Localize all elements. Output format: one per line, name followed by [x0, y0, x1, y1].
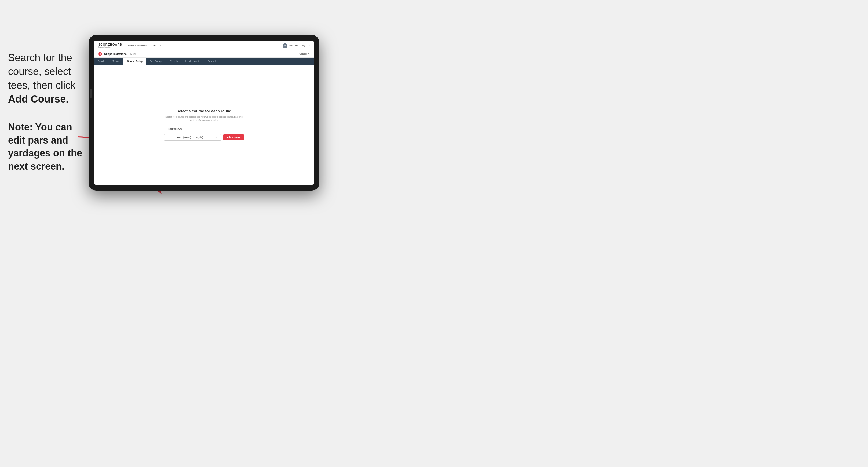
cancel-x-icon: ✕ [308, 53, 310, 55]
tab-navigation: Details Teams Course Setup Tee Groups Re… [94, 58, 314, 65]
note-line3: yardages on the [8, 148, 82, 159]
nav-right: B Test User | Sign out [283, 43, 310, 48]
nav-left: SCOREBOARD Powered by clippd TOURNAMENTS… [98, 43, 161, 48]
tee-value: Gold (M) (M) (7010 yds) [177, 136, 203, 139]
tournament-name: Clippd Invitational [104, 53, 127, 56]
note-line1: Note: You can [8, 122, 72, 132]
sign-out-link[interactable]: Sign out [302, 44, 310, 47]
tab-tee-groups[interactable]: Tee Groups [146, 58, 166, 65]
logo-title: SCOREBOARD [98, 43, 122, 46]
cancel-label: Cancel [299, 53, 307, 55]
tee-dropdown-icon[interactable]: ⌃ [218, 136, 220, 138]
tournament-type: (Men) [130, 53, 136, 55]
note-line4: next screen. [8, 161, 64, 172]
course-search-input[interactable] [164, 126, 244, 132]
panel-subtitle: Search for a course and select a tee. Yo… [164, 116, 244, 122]
tee-select-wrapper: Gold (M) (M) (7010 yds) ✕ ⌃ [164, 134, 221, 141]
instruction-bold: Add Course. [8, 93, 69, 105]
tournament-header: C Clippd Invitational (Men) Cancel ✕ [94, 51, 314, 58]
panel-title: Select a course for each round [164, 109, 244, 113]
instruction-panel: Search for the course, select tees, then… [8, 51, 86, 173]
add-course-button[interactable]: Add Course [223, 134, 244, 141]
tablet-side-button [90, 89, 92, 98]
tab-printables[interactable]: Printables [204, 58, 222, 65]
tablet-screen: SCOREBOARD Powered by clippd TOURNAMENTS… [94, 41, 314, 185]
instruction-line2: course, select [8, 66, 71, 77]
tab-teams[interactable]: Teams [109, 58, 123, 65]
tab-course-setup[interactable]: Course Setup [123, 58, 146, 65]
tab-details[interactable]: Details [94, 58, 109, 65]
tee-select[interactable]: Gold (M) (M) (7010 yds) [164, 134, 221, 141]
user-name: Test User [289, 44, 298, 47]
tab-leaderboards[interactable]: Leaderboards [182, 58, 204, 65]
tournament-logo: C [98, 52, 102, 56]
instruction-line3: tees, then click [8, 80, 75, 91]
tab-results[interactable]: Results [166, 58, 182, 65]
tournament-title-area: C Clippd Invitational (Men) [98, 52, 136, 56]
tee-clear-icon[interactable]: ✕ [215, 136, 217, 139]
nav-teams[interactable]: TEAMS [152, 44, 161, 47]
cancel-button[interactable]: Cancel ✕ [299, 53, 310, 55]
nav-tournaments[interactable]: TOURNAMENTS [127, 44, 147, 47]
logo-area: SCOREBOARD Powered by clippd [98, 43, 122, 48]
user-avatar: B [283, 43, 287, 48]
course-select-panel: Select a course for each round Search fo… [164, 109, 244, 141]
nav-separator: | [300, 44, 300, 47]
instruction-line1: Search for the [8, 52, 72, 63]
logo-subtitle: Powered by clippd [98, 46, 122, 48]
main-content: Select a course for each round Search fo… [94, 65, 314, 185]
tee-select-row: Gold (M) (M) (7010 yds) ✕ ⌃ Add Course [164, 134, 244, 141]
note-line2: edit pars and [8, 135, 68, 146]
top-nav-bar: SCOREBOARD Powered by clippd TOURNAMENTS… [94, 41, 314, 51]
tablet-device: SCOREBOARD Powered by clippd TOURNAMENTS… [89, 35, 319, 191]
